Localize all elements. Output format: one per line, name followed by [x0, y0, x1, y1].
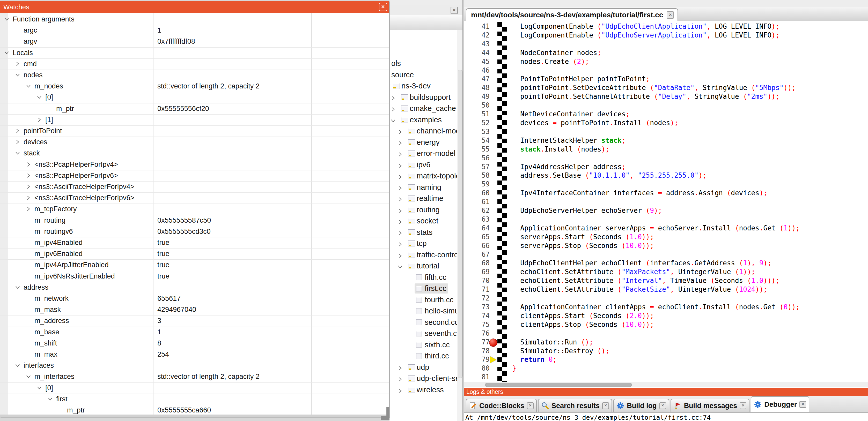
watch-row-expander[interactable] — [36, 385, 42, 392]
chevron-right-icon[interactable] — [397, 208, 403, 214]
watch-row[interactable]: <ns3::PcapHelperForIpv6> — [0, 170, 389, 182]
code-line-63[interactable]: 63 — [464, 215, 868, 224]
code-line-41[interactable]: 41 LogComponentEnable ("UdpEchoClientApp… — [464, 22, 868, 31]
line-number[interactable]: 60 — [464, 189, 490, 198]
code-line-47[interactable]: 47 PointToPointHelper pointToPoint; — [464, 75, 868, 84]
watch-row[interactable]: m_routingv60x5555555cd3c0 — [0, 226, 389, 237]
code-line-59[interactable]: 59 — [464, 180, 868, 189]
tree-item-tutorial[interactable]: tutorial — [390, 260, 457, 271]
close-icon[interactable]: × — [740, 402, 746, 409]
tree-expander[interactable] — [397, 376, 403, 384]
watch-row[interactable]: argc1 — [0, 25, 389, 36]
tree-item-ipv6[interactable]: ipv6 — [390, 159, 457, 170]
code-line-46[interactable]: 46 — [464, 66, 868, 75]
watch-row[interactable]: first — [0, 394, 389, 405]
tree-item-wireless[interactable]: wireless — [390, 384, 457, 395]
tree-item-matrix-topolog[interactable]: matrix-topolog — [390, 170, 457, 182]
line-number[interactable]: 55 — [464, 145, 490, 154]
watch-row-expander[interactable] — [36, 94, 42, 101]
line-number[interactable]: 53 — [464, 128, 490, 136]
watch-row-expander[interactable] — [15, 285, 21, 291]
watch-row[interactable]: devices — [0, 136, 389, 148]
chevron-down-icon[interactable] — [26, 374, 31, 379]
line-number[interactable]: 46 — [464, 66, 490, 75]
close-icon[interactable]: × — [666, 11, 674, 19]
chevron-down-icon[interactable] — [397, 264, 403, 270]
watch-row[interactable]: [0] — [0, 383, 389, 394]
tree-expander[interactable] — [397, 151, 403, 159]
watch-row-expander[interactable] — [15, 72, 21, 79]
watch-row[interactable]: argv0x7fffffffdf08 — [0, 36, 389, 47]
tree-item-third.cc[interactable]: third.cc — [390, 350, 457, 361]
tree-expander[interactable] — [397, 184, 403, 193]
code-line-64[interactable]: 64 ApplicationContainer serverApps = ech… — [464, 224, 868, 233]
chevron-right-icon[interactable] — [397, 377, 403, 382]
chevron-right-icon[interactable] — [390, 95, 396, 101]
code-line-65[interactable]: 65 serverApps.Start (Seconds (1.0)); — [464, 233, 868, 241]
watch-row[interactable]: address — [0, 282, 389, 293]
line-number[interactable]: 52 — [464, 119, 490, 128]
watch-row[interactable]: m_tcpFactory — [0, 203, 389, 215]
tree-expander[interactable] — [397, 162, 403, 170]
chevron-right-icon[interactable] — [397, 388, 403, 394]
chevron-right-icon[interactable] — [397, 174, 403, 180]
line-number[interactable]: 80 — [464, 364, 490, 373]
watch-row-expander[interactable] — [26, 83, 31, 90]
tree-item-energy[interactable]: energy — [390, 137, 457, 148]
code-line-61[interactable]: 61 — [464, 198, 868, 206]
chevron-right-icon[interactable] — [397, 365, 403, 371]
tree-expander[interactable] — [390, 117, 396, 125]
code-line-80[interactable]: 80} — [464, 364, 868, 373]
log-tab-search-results[interactable]: Search results× — [538, 399, 612, 412]
line-number[interactable]: 71 — [464, 285, 490, 294]
watch-row-expander[interactable] — [15, 150, 21, 157]
line-number[interactable]: 75 — [464, 320, 490, 329]
chevron-right-icon[interactable] — [397, 163, 403, 169]
line-number[interactable]: 47 — [464, 75, 490, 84]
code-line-57[interactable]: 57 Ipv4AddressHelper address; — [464, 163, 868, 171]
line-number[interactable]: 73 — [464, 303, 490, 312]
watch-row-expander[interactable] — [15, 128, 21, 135]
watch-row[interactable]: m_shift8 — [0, 338, 389, 349]
watch-row[interactable]: m_ipv4ArpJitterEnabledtrue — [0, 259, 389, 271]
line-number[interactable]: 62 — [464, 206, 490, 215]
line-number[interactable]: 57 — [464, 163, 490, 171]
watch-row-expander[interactable] — [26, 374, 31, 380]
close-icon[interactable]: × — [602, 402, 609, 409]
watch-row-expander[interactable] — [15, 139, 21, 146]
watch-row[interactable]: m_max254 — [0, 349, 389, 360]
tree-expander[interactable] — [397, 195, 403, 204]
watch-row-expander[interactable] — [26, 173, 31, 180]
chevron-right-icon[interactable] — [397, 129, 403, 135]
tree-scrollbar-thumb[interactable] — [458, 70, 462, 378]
tree-item-error-model[interactable]: error-model — [390, 148, 457, 159]
line-number[interactable]: 66 — [464, 241, 490, 250]
code-line-68[interactable]: 68 UdpEchoClientHelper echoClient (inter… — [464, 259, 868, 268]
code-line-73[interactable]: 73 ApplicationContainer clientApps = ech… — [464, 303, 868, 312]
code-line-74[interactable]: 74 clientApps.Start (Seconds (2.0)); — [464, 312, 868, 320]
log-tab-code--blocks[interactable]: Code::Blocks× — [466, 399, 537, 412]
tree-expander[interactable] — [397, 252, 403, 260]
chevron-right-icon[interactable] — [397, 241, 403, 247]
watch-row[interactable]: m_base1 — [0, 327, 389, 338]
chevron-down-icon[interactable] — [15, 285, 21, 290]
watch-row[interactable]: m_nodesstd::vector of length 2, capacity… — [0, 81, 389, 92]
tree-item-cmake-cache[interactable]: cmake_cache — [390, 103, 457, 114]
chevron-right-icon[interactable] — [397, 253, 403, 259]
tree-item-ns-3-dev[interactable]: ns-3-dev — [390, 80, 457, 92]
watch-row[interactable]: m_ipv4Enabledtrue — [0, 237, 389, 249]
line-number[interactable]: 48 — [464, 84, 490, 92]
watches-titlebar[interactable]: Watches × — [0, 1, 389, 13]
watch-row[interactable]: <ns3::PcapHelperForIpv4> — [0, 159, 389, 170]
watch-row[interactable]: [0] — [0, 92, 389, 103]
tree-item-stats[interactable]: stats — [390, 227, 457, 238]
chevron-down-icon[interactable] — [48, 396, 53, 402]
line-number[interactable]: 76 — [464, 329, 490, 338]
code-line-69[interactable]: 69 echoClient.SetAttribute ("MaxPackets"… — [464, 268, 868, 277]
chevron-right-icon[interactable] — [397, 197, 403, 202]
chevron-right-icon[interactable] — [390, 106, 396, 112]
line-number[interactable]: 74 — [464, 312, 490, 320]
log-tab-build-messages[interactable]: Build messages× — [671, 399, 750, 412]
watch-row[interactable]: cmd — [0, 59, 389, 70]
watch-row[interactable]: m_address3 — [0, 315, 389, 327]
